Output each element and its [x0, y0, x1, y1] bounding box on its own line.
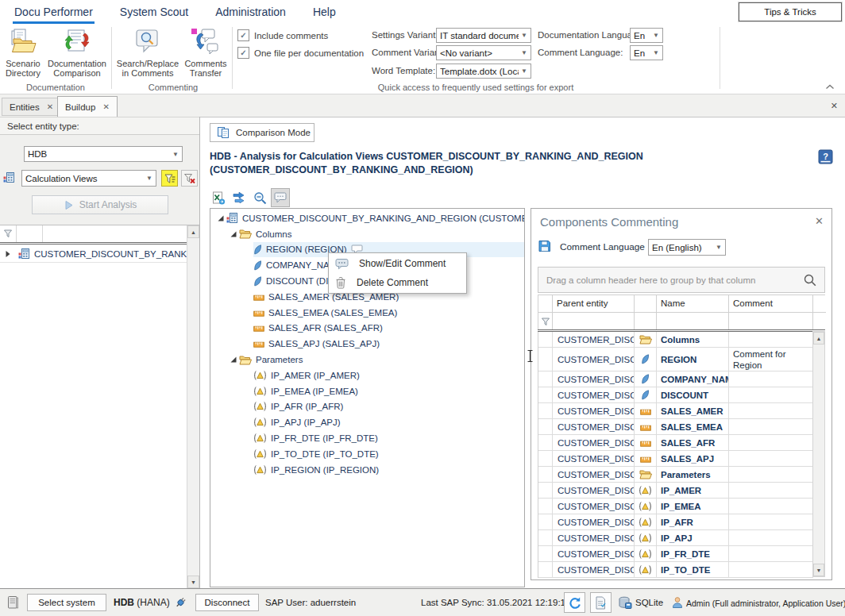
- table-row[interactable]: CUSTOMER_DISC...IP_EMEA: [538, 499, 825, 514]
- table-row[interactable]: CUSTOMER_DISC...Parameters: [538, 467, 825, 483]
- tree-node[interactable]: IP_REGION (IP_REGION): [210, 462, 524, 478]
- tree-node[interactable]: Columns: [210, 226, 524, 242]
- tips-tricks-button[interactable]: Tips & Tricks: [739, 2, 842, 21]
- tree-node[interactable]: SALES_APJ (SALES_APJ): [210, 336, 524, 352]
- table-row[interactable]: CUSTOMER_DISC...IP_AFR: [538, 514, 825, 530]
- zoom-out-button[interactable]: [250, 188, 269, 207]
- column-header-icon[interactable]: [635, 295, 657, 313]
- comment-variant-select[interactable]: <No variant>▼: [436, 45, 531, 60]
- comment-cell[interactable]: [729, 530, 813, 546]
- table-row[interactable]: CUSTOMER_DISC...SALES_AMER: [538, 403, 825, 419]
- close-icon[interactable]: ✕: [831, 101, 838, 111]
- tree-node[interactable]: IP_FR_DTE (IP_FR_DTE): [210, 430, 524, 446]
- help-icon[interactable]: ?: [818, 149, 833, 164]
- documentation-language-select[interactable]: En▼: [630, 28, 663, 43]
- include-comments-checkbox[interactable]: ✓ Include comments: [237, 29, 328, 41]
- tree-expander-icon[interactable]: [215, 214, 226, 222]
- tree-node[interactable]: IP_APJ (IP_APJ): [210, 414, 524, 430]
- column-header-comment[interactable]: Comment: [729, 295, 813, 313]
- table-row[interactable]: CUSTOMER_DISC...SALES_AFR: [538, 435, 825, 451]
- context-menu-item[interactable]: Show/Edit Comment: [329, 254, 466, 273]
- search-replace-comments-button[interactable]: Search/Replace in Comments: [116, 27, 179, 78]
- comment-cell[interactable]: [729, 562, 813, 578]
- transfer-button[interactable]: [230, 188, 249, 207]
- excel-export-button[interactable]: [209, 188, 228, 207]
- comment-cell[interactable]: [729, 372, 813, 387]
- save-icon[interactable]: [538, 240, 551, 252]
- tree-node[interactable]: SALES_AFR (SALES_AFR): [210, 321, 524, 337]
- comment-cell[interactable]: [729, 499, 813, 514]
- refresh-button[interactable]: [564, 592, 585, 613]
- comment-cell[interactable]: [729, 514, 813, 530]
- menu-system-scout[interactable]: System Scout: [120, 6, 188, 18]
- entity-type-select[interactable]: Calculation Views▼: [21, 170, 156, 187]
- comment-cell[interactable]: [729, 435, 813, 451]
- tree-node[interactable]: IP_AFR (IP_AFR): [210, 399, 524, 415]
- ribbon-collapse-button[interactable]: [824, 83, 835, 92]
- entity-list-row[interactable]: CUSTOMER_DISCOUNT_BY_RANKING_AND_REGION …: [0, 245, 187, 263]
- comparison-mode-button[interactable]: Comparison Mode: [210, 123, 314, 142]
- table-row[interactable]: CUSTOMER_DISC...SALES_EMEA: [538, 419, 825, 435]
- comment-cell[interactable]: [729, 403, 813, 419]
- scrollbar-vertical[interactable]: ▲ ▼: [812, 331, 825, 577]
- comment-cell[interactable]: [729, 387, 813, 403]
- table-row[interactable]: CUSTOMER_DISC...COMPANY_NAME: [538, 372, 825, 387]
- start-analysis-button[interactable]: Start Analysis: [32, 195, 168, 214]
- table-row[interactable]: CUSTOMER_DISC...REGIONComment for Region: [538, 348, 825, 372]
- table-row[interactable]: CUSTOMER_DISC...IP_APJ: [538, 530, 825, 546]
- comment-cell[interactable]: [729, 483, 813, 499]
- settings-variant-select[interactable]: IT standard document...▼: [436, 28, 531, 43]
- close-icon[interactable]: ✕: [102, 102, 109, 111]
- column-header-name[interactable]: Name: [657, 295, 729, 313]
- word-template-select[interactable]: Template.dotx (Local)▼: [436, 64, 531, 79]
- search-icon[interactable]: [803, 273, 816, 287]
- comment-language-ribbon-select[interactable]: En▼: [630, 45, 663, 60]
- comment-cell[interactable]: Comment for Region: [729, 348, 813, 372]
- list-filter-row[interactable]: [0, 225, 187, 243]
- comments-toggle-button[interactable]: [271, 188, 290, 207]
- table-row[interactable]: CUSTOMER_DISC...DISCOUNT: [538, 387, 825, 403]
- table-row[interactable]: CUSTOMER_DISC...Columns: [538, 332, 825, 348]
- tree-expander-icon[interactable]: [228, 356, 239, 364]
- scrollbar-vertical[interactable]: ▲ ▼: [187, 225, 199, 588]
- clear-filter-button[interactable]: [181, 170, 198, 187]
- context-menu-item[interactable]: Delete Comment: [329, 273, 466, 292]
- comment-cell[interactable]: [729, 467, 813, 483]
- scenario-directory-button[interactable]: Scenario Directory: [2, 27, 44, 78]
- menu-docu-performer[interactable]: Docu Performer: [14, 6, 93, 18]
- comment-cell[interactable]: [729, 451, 813, 467]
- tab-entities[interactable]: Entities✕: [2, 98, 61, 116]
- comments-transfer-button[interactable]: Comments Transfer: [181, 27, 230, 78]
- close-icon[interactable]: ✕: [47, 102, 53, 111]
- tree-node[interactable]: IP_TO_DTE (IP_TO_DTE): [210, 446, 524, 462]
- tree-node[interactable]: IP_AMER (IP_AMER): [210, 368, 524, 383]
- scroll-up-button[interactable]: ▲: [813, 332, 824, 345]
- select-system-button[interactable]: Select system: [27, 594, 106, 611]
- close-icon[interactable]: ✕: [815, 215, 824, 227]
- table-filter-row[interactable]: [538, 313, 825, 329]
- comment-cell[interactable]: [729, 332, 813, 348]
- filter-button[interactable]: [161, 170, 178, 187]
- documentation-comparison-button[interactable]: Documentation Comparison: [46, 27, 108, 78]
- column-header-parent-entity[interactable]: Parent entity: [553, 295, 635, 313]
- tree-node[interactable]: IP_EMEA (IP_EMEA): [210, 383, 524, 399]
- menu-administration[interactable]: Administration: [215, 6, 286, 18]
- tree-node[interactable]: CUSTOMER_DISCOUNT_BY_RANKING_AND_REGION …: [210, 210, 524, 226]
- table-row[interactable]: CUSTOMER_DISC...SALES_APJ: [538, 451, 825, 467]
- comment-language-select[interactable]: En (English)▼: [648, 239, 726, 256]
- system-select[interactable]: HDB▼: [24, 146, 183, 162]
- tree-node[interactable]: SALES_EMEA (SALES_EMEA): [210, 305, 524, 321]
- row-expand-icon[interactable]: [5, 250, 11, 258]
- table-row[interactable]: CUSTOMER_DISC...IP_TO_DTE: [538, 562, 825, 578]
- menu-help[interactable]: Help: [313, 6, 336, 18]
- table-row[interactable]: CUSTOMER_DISC...IP_FR_DTE: [538, 546, 825, 562]
- scroll-down-button[interactable]: ▼: [813, 564, 824, 576]
- tab-buildup[interactable]: Buildup✕: [57, 96, 118, 117]
- tree-expander-icon[interactable]: [228, 230, 239, 238]
- group-by-bar[interactable]: Drag a column header here to group by th…: [538, 267, 825, 293]
- log-button[interactable]: [590, 592, 612, 613]
- table-row[interactable]: CUSTOMER_DISC...IP_AMER: [538, 483, 825, 499]
- tree-node[interactable]: Parameters: [210, 352, 524, 368]
- scroll-up-button[interactable]: ▲: [187, 225, 199, 238]
- scroll-down-button[interactable]: ▼: [187, 576, 199, 588]
